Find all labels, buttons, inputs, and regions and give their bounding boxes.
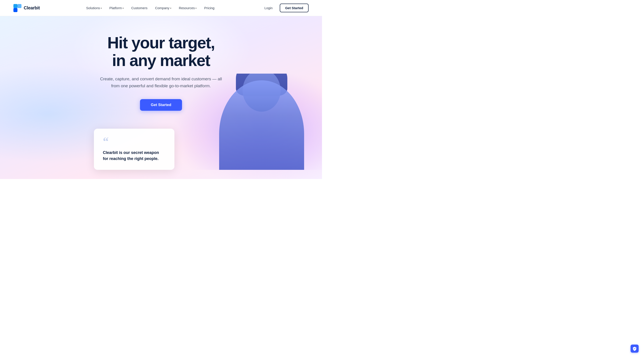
testimonial-text: Clearbit is our secret weapon for reachi… <box>103 150 166 162</box>
quote-mark-icon: “ <box>103 137 166 146</box>
svg-rect-2 <box>18 4 22 8</box>
testimonial-card: “ Clearbit is our secret weapon for reac… <box>94 129 174 170</box>
svg-rect-0 <box>14 4 18 8</box>
chevron-down-icon: ▾ <box>196 7 196 10</box>
nav-item-resources[interactable]: Resources ▾ <box>176 4 200 12</box>
brand-name: Clearbit <box>24 5 40 11</box>
hero-bottom: “ Clearbit is our secret weapon for reac… <box>0 124 322 170</box>
navbar-brand: Clearbit <box>14 4 40 12</box>
login-button[interactable]: Login <box>261 4 276 12</box>
navbar-nav: Solutions ▾ Platform ▾ Customers Company… <box>83 4 218 12</box>
nav-item-customers[interactable]: Customers <box>128 4 151 12</box>
navbar-actions: Login Get Started <box>261 4 308 12</box>
nav-item-platform[interactable]: Platform ▾ <box>106 4 127 12</box>
nav-item-solutions[interactable]: Solutions ▾ <box>83 4 105 12</box>
chevron-down-icon: ▾ <box>122 7 124 10</box>
clearbit-logo-icon <box>14 4 22 12</box>
nav-item-company[interactable]: Company ▾ <box>152 4 174 12</box>
svg-rect-1 <box>14 8 18 12</box>
navbar: Clearbit Solutions ▾ Platform ▾ Customer… <box>0 0 322 16</box>
hero-section: Hit your target, in any market Create, c… <box>0 16 322 179</box>
hero-title: Hit your target, in any market <box>98 34 224 69</box>
chevron-down-icon: ▾ <box>170 7 171 10</box>
get-started-nav-button[interactable]: Get Started <box>280 4 308 12</box>
chevron-down-icon: ▾ <box>100 7 102 10</box>
hero-person-image <box>166 74 322 170</box>
nav-item-pricing[interactable]: Pricing <box>201 4 218 12</box>
